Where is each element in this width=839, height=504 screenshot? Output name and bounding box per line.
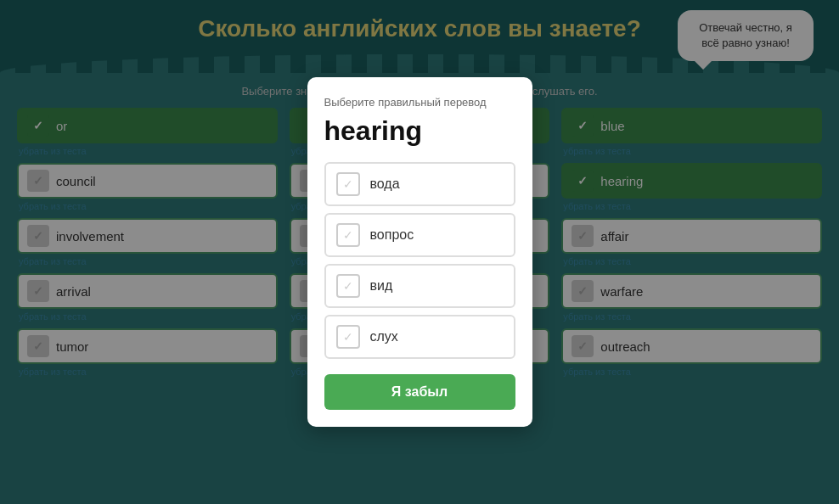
option-text: вода [370, 176, 400, 192]
option-icon [336, 223, 360, 247]
option-text: вид [370, 278, 393, 294]
modal-overlay: Выберите правильный перевод hearing вода… [0, 0, 839, 504]
option-icon [336, 274, 360, 298]
modal-subtitle: Выберите правильный перевод [324, 96, 515, 109]
option-icon [336, 172, 360, 196]
option-text: вопрос [370, 227, 414, 243]
translation-option[interactable]: вопрос [324, 213, 515, 257]
forgot-button[interactable]: Я забыл [324, 374, 515, 410]
option-text: слух [370, 329, 398, 344]
translation-option[interactable]: слух [324, 315, 515, 359]
translation-option[interactable]: вода [324, 162, 515, 206]
modal-word: hearing [324, 115, 515, 147]
translation-option[interactable]: вид [324, 264, 515, 308]
options-list: водавопросвидслух [324, 162, 515, 359]
translation-modal: Выберите правильный перевод hearing вода… [307, 77, 532, 427]
option-icon [336, 325, 360, 349]
